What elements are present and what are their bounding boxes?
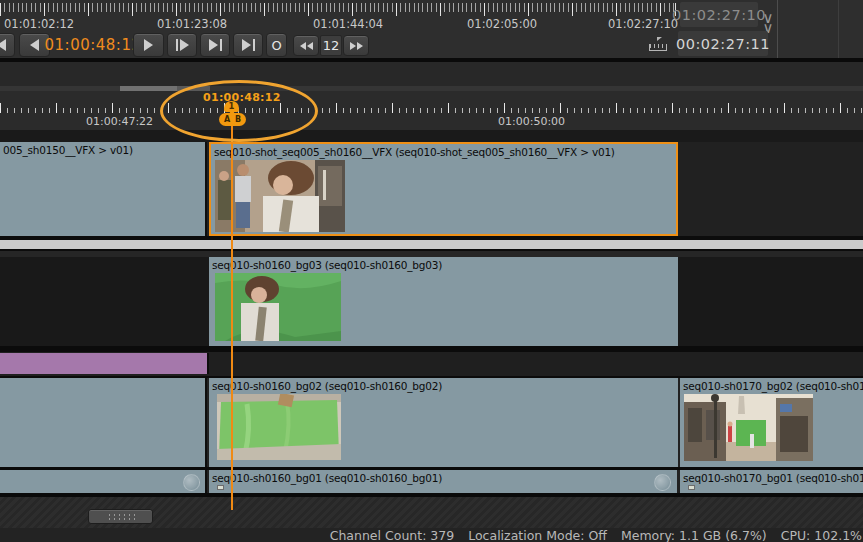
clip-label: 005_sh0150__VFX > v01) xyxy=(0,142,205,156)
clip-marker-icon xyxy=(217,485,224,490)
timeline-horizontal-scrollbar[interactable] xyxy=(88,509,153,524)
master-timecode-display[interactable]: 01:02:27:10 xyxy=(680,2,758,27)
clip-label: seq010-sh0160_bg02 (seq010-sh0160_bg02) xyxy=(209,378,678,392)
go-to-previous-edit-button[interactable] xyxy=(0,33,15,57)
clip-thumbnail-street-green-panel xyxy=(684,394,813,461)
status-cpu: CPU:102.1% xyxy=(777,528,862,542)
step-back-frames-button[interactable] xyxy=(293,35,319,56)
clip-label: seq010-sh0160_bg03 (seq010-sh0160_bg03) xyxy=(209,257,678,271)
clip-label: seq010-shot_seq005_sh0160__VFX (seq010-s… xyxy=(211,144,676,158)
collapse-chevron-icon[interactable]: ∨∨ xyxy=(760,13,776,33)
go-to-next-edit-button[interactable] xyxy=(200,33,230,57)
timeline-ruler-label: 01:00:47:22 xyxy=(86,115,153,128)
clip-sh0160-vfx-selected[interactable]: seq010-shot_seq005_sh0160__VFX (seq010-s… xyxy=(209,142,678,236)
clip-sh0160-bg03[interactable]: seq010-sh0160_bg03 (seq010-sh0160_bg03) xyxy=(209,257,678,346)
track-v1: seq010-sh0160_bg01 (seq010-sh0160_bg01) … xyxy=(0,470,863,493)
motion-effect-icon xyxy=(183,474,200,491)
timeline-ruler[interactable]: 01:00:47:22 01:00:50:00 xyxy=(0,91,863,130)
avid-timeline-window: 01:01:02:12 01:01:23:08 01:01:44:04 01:0… xyxy=(0,0,863,542)
status-memory: Memory:1.1 GB (6.7%) xyxy=(617,528,767,542)
track-v3: seq010-sh0160_bg03 (seq010-sh0160_bg03) xyxy=(0,257,863,346)
ruler-label: 01:01:44:04 xyxy=(313,17,383,31)
clip-label: seq010-sh0160_bg01 (seq010-sh0160_bg01) xyxy=(209,470,677,484)
status-localization: Localization Mode:Off xyxy=(464,528,607,542)
track-purple xyxy=(0,352,863,376)
clip-sh0150-vfx[interactable]: 005_sh0150__VFX > v01) xyxy=(0,142,207,236)
play-in-to-out-button[interactable] xyxy=(167,33,197,57)
clip-sh0160-bg02[interactable]: seq010-sh0160_bg02 (seq010-sh0160_bg02) xyxy=(209,378,678,467)
track-v2: seq010-sh0160_bg02 (seq010-sh0160_bg02) … xyxy=(0,378,863,467)
ruler-label: 01:01:23:08 xyxy=(157,17,227,31)
motion-effect-icon xyxy=(654,474,671,491)
clip-thumbnail-greenscreen-boy xyxy=(215,273,341,341)
clip-thumbnail-street-boy xyxy=(215,160,345,232)
clip-sh0160-bg01[interactable]: seq010-sh0160_bg01 (seq010-sh0160_bg01) xyxy=(209,470,677,493)
step-forward-frames-button[interactable] xyxy=(343,35,369,56)
clip-sh0170-bg02[interactable]: seq010-sh0170_bg02 (seq010-sh01 xyxy=(680,378,863,467)
position-timecode[interactable]: 01:00:48:12 xyxy=(53,31,133,58)
timeline-ruler-label: 01:00:50:00 xyxy=(498,115,565,128)
annotation-ellipse xyxy=(160,80,318,142)
mark-clip-button[interactable]: O xyxy=(266,33,287,57)
go-to-end-button[interactable] xyxy=(233,33,263,57)
ruler-gap xyxy=(0,130,863,142)
clip-v1-left[interactable] xyxy=(0,470,207,493)
timeline-marker-icon[interactable] xyxy=(649,37,667,53)
status-bar: Channel Count:379 Localization Mode:Off … xyxy=(0,528,863,542)
duration-timecode-display[interactable]: 00:02:27:11 xyxy=(678,31,768,56)
panel-divider xyxy=(777,0,778,58)
program-ruler-ticks-tall xyxy=(0,3,676,16)
playhead-line[interactable] xyxy=(231,112,233,510)
ruler-label: 01:02:27:10 xyxy=(608,17,678,31)
clip-label: seq010-sh0170_bg02 (seq010-sh01 xyxy=(680,378,863,392)
clip-label: seq010-sh0170_bg01 (seq010-sh01 xyxy=(680,470,863,484)
clip-v2-left[interactable] xyxy=(0,378,207,467)
clip-thumbnail-green-cloth xyxy=(217,394,341,460)
play-button[interactable] xyxy=(133,33,164,57)
clip-purple[interactable] xyxy=(0,353,209,374)
status-channel-count: Channel Count:379 xyxy=(326,528,454,542)
timeline-ruler-ticks-tall xyxy=(0,103,863,113)
clip-marker-icon xyxy=(688,485,695,490)
ruler-label: 01:02:05:00 xyxy=(467,17,537,31)
frame-step-count-field[interactable]: 12 xyxy=(320,35,342,56)
clip-sh0170-bg01[interactable]: seq010-sh0170_bg01 (seq010-sh01 xyxy=(680,470,863,493)
track-separator-band[interactable] xyxy=(0,240,863,249)
top-toolbar: 01:01:02:12 01:01:23:08 01:01:44:04 01:0… xyxy=(0,0,863,58)
track-v4: 005_sh0150__VFX > v01) seq010-shot_seq00… xyxy=(0,142,863,236)
panel-divider xyxy=(838,0,839,58)
scrollbar-grip-dots xyxy=(107,513,135,522)
ruler-label: 01:01:02:12 xyxy=(4,17,74,31)
